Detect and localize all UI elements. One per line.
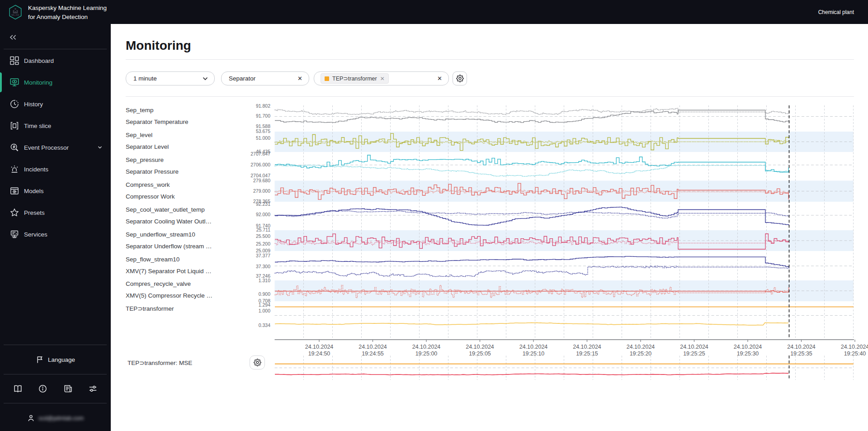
svg-text:MLAD: MLAD <box>11 14 19 16</box>
